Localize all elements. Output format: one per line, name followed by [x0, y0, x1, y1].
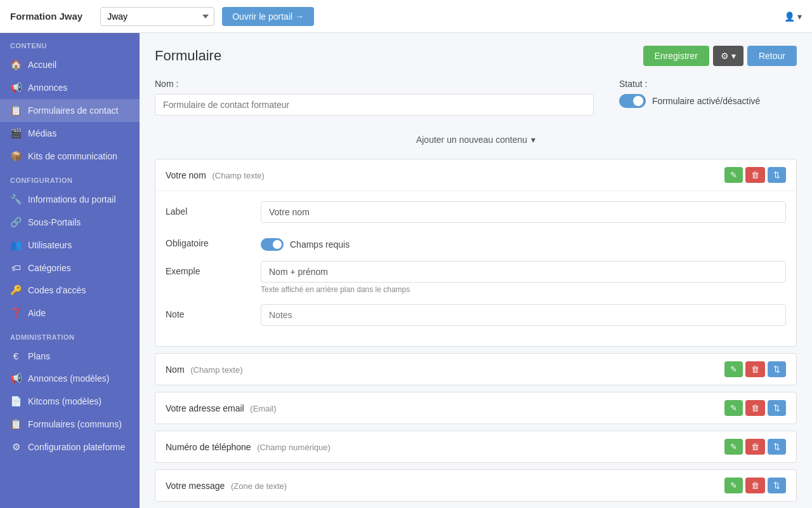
sidebar-item-medias[interactable]: 🎬Médias	[0, 122, 140, 145]
card-field-row-1: ObligatoireChamps requis	[166, 233, 786, 251]
header-actions: Enregistrer ⚙ ▾ Retour	[643, 46, 797, 66]
utilisateurs-icon: 👥	[10, 239, 22, 251]
form-card-0: Votre nom (Champ texte)✎🗑⇅LabelObligatoi…	[155, 159, 797, 347]
user-icon: 👤	[784, 11, 795, 22]
nom-col: Nom :	[155, 79, 594, 116]
user-menu-button[interactable]: 👤 ▾	[784, 11, 802, 22]
codes-acces-icon: 🔑	[10, 284, 22, 296]
card-actions-2: ✎🗑⇅	[724, 400, 786, 416]
sidebar-item-kitcoms-modeles[interactable]: 📄Kitcoms (modèles)	[0, 390, 140, 413]
card-header-1: Nom (Champ texte)✎🗑⇅	[155, 354, 796, 385]
card-field-label-3: Note	[166, 304, 248, 319]
card-delete-button-3[interactable]: 🗑	[745, 439, 765, 455]
sous-portails-icon: 🔗	[10, 217, 22, 228]
chevron-down-icon: ▾	[531, 135, 535, 145]
form-card-4: Votre message (Zone de texte)✎🗑⇅	[155, 469, 797, 502]
card-header-2: Votre adresse email (Email)✎🗑⇅	[155, 392, 796, 424]
nom-statut-row: Nom : Statut : Formulaire activé/désacti…	[155, 79, 797, 116]
sidebar-item-label: Plans	[28, 351, 50, 361]
sidebar-section-label: CONFIGURATION	[0, 168, 140, 188]
form-card-2: Votre adresse email (Email)✎🗑⇅	[155, 392, 797, 424]
add-content-button[interactable]: Ajouter un nouveau contenu ▾	[155, 128, 797, 151]
card-title-0: Votre nom	[166, 170, 206, 180]
card-edit-button-2[interactable]: ✎	[724, 400, 743, 416]
sidebar-item-formulaires-contact[interactable]: 📋Formulaires de contact	[0, 99, 140, 122]
sidebar-item-informations-portail[interactable]: 🔧Informations du portail	[0, 188, 140, 211]
formulaires-communs-icon: 📋	[10, 418, 22, 430]
card-edit-button-0[interactable]: ✎	[724, 167, 743, 183]
sidebar-item-label: Aide	[28, 308, 46, 318]
app-title: Formation Jway	[10, 11, 82, 22]
formulaires-contact-icon: 📋	[10, 105, 22, 116]
nom-input[interactable]	[155, 94, 594, 116]
card-delete-button-2[interactable]: 🗑	[745, 400, 765, 416]
sidebar-item-label: Formulaires (communs)	[28, 419, 122, 429]
sidebar-item-label: Kits de communication	[28, 151, 117, 161]
sidebar-item-config-plateforme[interactable]: ⚙Configuration plateforme	[0, 436, 140, 458]
sidebar-item-label: Accueil	[28, 60, 56, 70]
chevron-down-icon: ▾	[731, 51, 736, 61]
config-plateforme-icon: ⚙	[10, 441, 22, 453]
card-type-0: (Champ texte)	[210, 171, 265, 180]
card-field-hint-2: Texte affiché en arrière plan dans le ch…	[261, 285, 786, 294]
card-toggle-1[interactable]	[261, 238, 284, 251]
sidebar-item-formulaires-communs[interactable]: 📋Formulaires (communs)	[0, 413, 140, 436]
card-actions-3: ✎🗑⇅	[724, 439, 786, 455]
save-button[interactable]: Enregistrer	[643, 46, 709, 66]
page-title: Formulaire	[155, 48, 221, 64]
statut-col: Statut : Formulaire activé/désactivé	[619, 79, 797, 108]
formulaire-toggle[interactable]	[619, 94, 646, 108]
card-move-button-0[interactable]: ⇅	[768, 167, 786, 183]
sidebar-item-accueil[interactable]: 🏠Accueil	[0, 53, 140, 76]
sidebar-item-codes-acces[interactable]: 🔑Codes d'accès	[0, 279, 140, 302]
toggle-label-text: Formulaire activé/désactivé	[652, 96, 760, 106]
card-field-row-3: Note	[166, 304, 786, 326]
card-actions-0: ✎🗑⇅	[724, 167, 786, 183]
medias-icon: 🎬	[10, 128, 22, 139]
open-portal-button[interactable]: Ouvrir le portail →	[222, 7, 314, 26]
sidebar-item-label: Médias	[28, 128, 56, 138]
sidebar-item-utilisateurs[interactable]: 👥Utilisateurs	[0, 234, 140, 257]
card-delete-button-0[interactable]: 🗑	[745, 167, 765, 183]
card-delete-button-4[interactable]: 🗑	[745, 478, 765, 493]
card-move-button-2[interactable]: ⇅	[768, 400, 786, 416]
aide-icon: ❓	[10, 307, 22, 319]
card-edit-button-3[interactable]: ✎	[724, 439, 743, 455]
statut-label: Statut :	[619, 79, 797, 89]
sidebar-item-plans[interactable]: €Plans	[0, 345, 140, 367]
informations-portail-icon: 🔧	[10, 194, 22, 205]
gear-button[interactable]: ⚙ ▾	[713, 46, 743, 66]
card-move-button-4[interactable]: ⇅	[768, 478, 786, 493]
sidebar-item-annonces-modeles[interactable]: 📢Annonces (modèles)	[0, 367, 140, 390]
sidebar-item-categories[interactable]: 🏷Catégories	[0, 257, 140, 279]
sidebar-item-annonces[interactable]: 📢Annonces	[0, 76, 140, 99]
page-header: Formulaire Enregistrer ⚙ ▾ Retour	[155, 46, 797, 66]
portal-select[interactable]: Jway	[100, 7, 214, 26]
annonces-icon: 📢	[10, 82, 22, 93]
back-button[interactable]: Retour	[747, 46, 797, 66]
card-body-0: LabelObligatoireChamps requisExempleText…	[155, 191, 796, 346]
sidebar-item-label: Configuration plateforme	[28, 442, 125, 452]
gear-icon: ⚙	[721, 51, 729, 61]
card-title-3: Numéro de téléphone	[166, 442, 251, 452]
form-card-1: Nom (Champ texte)✎🗑⇅	[155, 353, 797, 385]
plans-icon: €	[10, 351, 22, 361]
card-field-input-3[interactable]	[261, 304, 786, 326]
card-move-button-1[interactable]: ⇅	[768, 361, 786, 377]
card-delete-button-1[interactable]: 🗑	[745, 361, 765, 377]
layout: CONTENU🏠Accueil📢Annonces📋Formulaires de …	[0, 33, 812, 508]
cards-container: Votre nom (Champ texte)✎🗑⇅LabelObligatoi…	[155, 159, 797, 502]
card-field-input-2[interactable]	[261, 261, 786, 283]
accueil-icon: 🏠	[10, 59, 22, 70]
chevron-down-icon: ▾	[797, 11, 802, 22]
card-move-button-3[interactable]: ⇅	[768, 439, 786, 455]
sidebar-item-sous-portails[interactable]: 🔗Sous-Portails	[0, 211, 140, 234]
card-field-input-0[interactable]	[261, 201, 786, 223]
card-edit-button-4[interactable]: ✎	[724, 478, 743, 493]
card-edit-button-1[interactable]: ✎	[724, 361, 743, 377]
topbar: Formation Jway Jway Ouvrir le portail → …	[0, 0, 812, 33]
sidebar-item-aide[interactable]: ❓Aide	[0, 302, 140, 324]
sidebar-item-label: Sous-Portails	[28, 217, 81, 227]
sidebar-item-label: Codes d'accès	[28, 285, 86, 295]
sidebar-item-kits-communication[interactable]: 📦Kits de communication	[0, 145, 140, 168]
